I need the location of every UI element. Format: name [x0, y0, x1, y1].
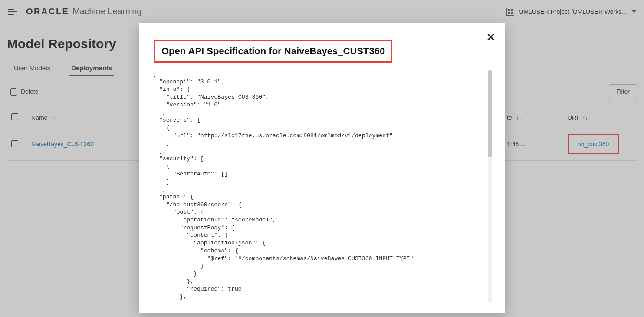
code-scrollbar-track[interactable]	[488, 70, 492, 302]
code-scrollbar-thumb[interactable]	[488, 70, 492, 157]
openapi-code-area[interactable]: { "openapi": "3.0.1", "info": { "title":…	[152, 70, 492, 302]
modal-title: Open API Specification for NaiveBayes_CU…	[154, 40, 392, 63]
modal-overlay[interactable]: ✕ Open API Specification for NaiveBayes_…	[0, 0, 644, 317]
openapi-modal: ✕ Open API Specification for NaiveBayes_…	[139, 23, 505, 313]
close-icon[interactable]: ✕	[486, 31, 495, 43]
openapi-code: { "openapi": "3.0.1", "info": { "title":…	[152, 70, 492, 301]
